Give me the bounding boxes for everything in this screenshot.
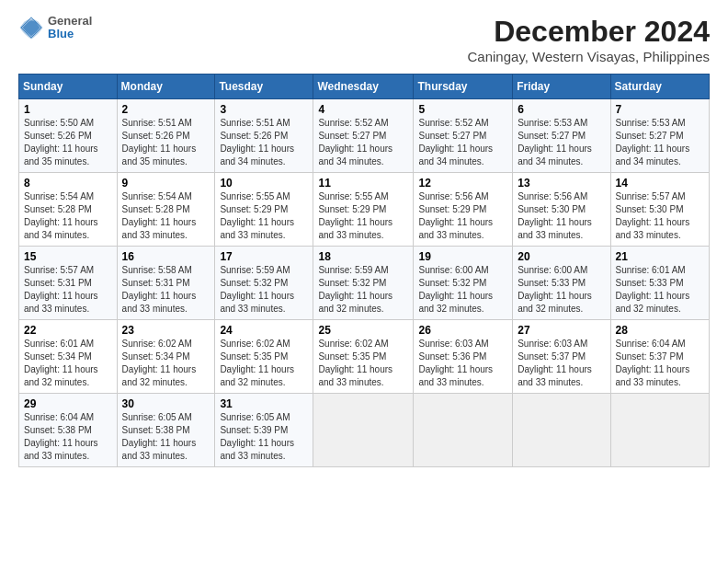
day-number: 10	[220, 177, 308, 190]
table-row: 5 Sunrise: 5:52 AM Sunset: 5:27 PM Dayli…	[414, 99, 513, 173]
day-number: 28	[616, 324, 704, 337]
table-row: 7 Sunrise: 5:53 AM Sunset: 5:27 PM Dayli…	[610, 99, 709, 173]
day-number: 15	[24, 250, 112, 263]
day-info: Sunrise: 5:57 AM Sunset: 5:30 PM Dayligh…	[616, 190, 704, 242]
day-number: 21	[616, 250, 704, 263]
calendar-week-row: 1 Sunrise: 5:50 AM Sunset: 5:26 PM Dayli…	[19, 99, 710, 173]
table-row: 8 Sunrise: 5:54 AM Sunset: 5:28 PM Dayli…	[19, 173, 118, 247]
table-row: 17 Sunrise: 5:59 AM Sunset: 5:32 PM Dayl…	[215, 247, 313, 320]
header-friday: Friday	[513, 75, 610, 99]
table-row	[313, 394, 414, 467]
table-row	[513, 394, 610, 467]
header-monday: Monday	[117, 75, 215, 99]
day-number: 30	[122, 397, 210, 410]
day-number: 18	[318, 250, 408, 263]
table-row: 11 Sunrise: 5:55 AM Sunset: 5:29 PM Dayl…	[313, 173, 414, 247]
day-info: Sunrise: 5:56 AM Sunset: 5:29 PM Dayligh…	[418, 190, 507, 242]
table-row: 20 Sunrise: 6:00 AM Sunset: 5:33 PM Dayl…	[513, 247, 610, 320]
table-row: 21 Sunrise: 6:01 AM Sunset: 5:33 PM Dayl…	[610, 247, 709, 320]
day-info: Sunrise: 5:55 AM Sunset: 5:29 PM Dayligh…	[220, 190, 308, 242]
table-row: 25 Sunrise: 6:02 AM Sunset: 5:35 PM Dayl…	[313, 320, 414, 394]
calendar-subtitle: Caningay, Western Visayas, Philippines	[468, 49, 710, 64]
table-row	[610, 394, 709, 467]
table-row: 13 Sunrise: 5:56 AM Sunset: 5:30 PM Dayl…	[513, 173, 610, 247]
day-info: Sunrise: 5:51 AM Sunset: 5:26 PM Dayligh…	[122, 117, 210, 168]
header-tuesday: Tuesday	[215, 75, 313, 99]
day-number: 9	[122, 177, 210, 190]
header-sunday: Sunday	[19, 75, 118, 99]
day-number: 27	[518, 324, 605, 337]
day-number: 11	[318, 177, 408, 190]
day-info: Sunrise: 5:53 AM Sunset: 5:27 PM Dayligh…	[518, 117, 605, 168]
day-number: 7	[616, 103, 704, 116]
day-info: Sunrise: 5:55 AM Sunset: 5:29 PM Dayligh…	[318, 190, 408, 242]
table-row: 1 Sunrise: 5:50 AM Sunset: 5:26 PM Dayli…	[19, 99, 118, 173]
table-row: 19 Sunrise: 6:00 AM Sunset: 5:32 PM Dayl…	[414, 247, 513, 320]
header-saturday: Saturday	[610, 75, 709, 99]
day-info: Sunrise: 6:04 AM Sunset: 5:38 PM Dayligh…	[24, 411, 112, 463]
calendar-table: Sunday Monday Tuesday Wednesday Thursday…	[18, 74, 710, 467]
calendar-title: December 2024	[468, 15, 710, 49]
day-info: Sunrise: 5:54 AM Sunset: 5:28 PM Dayligh…	[24, 190, 112, 242]
day-info: Sunrise: 6:01 AM Sunset: 5:33 PM Dayligh…	[616, 264, 704, 316]
day-number: 14	[616, 177, 704, 190]
calendar-week-row: 22 Sunrise: 6:01 AM Sunset: 5:34 PM Dayl…	[19, 320, 710, 394]
header: General Blue December 2024 Caningay, Wes…	[18, 15, 710, 64]
table-row: 3 Sunrise: 5:51 AM Sunset: 5:26 PM Dayli…	[215, 99, 313, 173]
day-info: Sunrise: 5:57 AM Sunset: 5:31 PM Dayligh…	[24, 264, 112, 316]
day-number: 24	[220, 324, 308, 337]
table-row: 2 Sunrise: 5:51 AM Sunset: 5:26 PM Dayli…	[117, 99, 215, 173]
logo-general: General	[48, 15, 92, 28]
table-row: 4 Sunrise: 5:52 AM Sunset: 5:27 PM Dayli…	[313, 99, 414, 173]
table-row: 23 Sunrise: 6:02 AM Sunset: 5:34 PM Dayl…	[117, 320, 215, 394]
day-info: Sunrise: 5:58 AM Sunset: 5:31 PM Dayligh…	[122, 264, 210, 316]
day-number: 1	[24, 103, 112, 116]
day-info: Sunrise: 5:56 AM Sunset: 5:30 PM Dayligh…	[518, 190, 605, 242]
day-info: Sunrise: 5:52 AM Sunset: 5:27 PM Dayligh…	[318, 117, 408, 168]
day-number: 8	[24, 177, 112, 190]
day-number: 29	[24, 397, 112, 410]
day-info: Sunrise: 5:50 AM Sunset: 5:26 PM Dayligh…	[24, 117, 112, 168]
day-info: Sunrise: 6:00 AM Sunset: 5:33 PM Dayligh…	[518, 264, 605, 316]
day-info: Sunrise: 5:54 AM Sunset: 5:28 PM Dayligh…	[122, 190, 210, 242]
day-number: 25	[318, 324, 408, 337]
calendar-header-row: Sunday Monday Tuesday Wednesday Thursday…	[19, 75, 710, 99]
page: General Blue December 2024 Caningay, Wes…	[0, 0, 728, 563]
day-number: 19	[418, 250, 507, 263]
header-wednesday: Wednesday	[313, 75, 414, 99]
day-info: Sunrise: 6:05 AM Sunset: 5:38 PM Dayligh…	[122, 411, 210, 463]
title-block: December 2024 Caningay, Western Visayas,…	[468, 15, 710, 64]
day-info: Sunrise: 5:59 AM Sunset: 5:32 PM Dayligh…	[318, 264, 408, 316]
day-number: 6	[518, 103, 605, 116]
table-row: 9 Sunrise: 5:54 AM Sunset: 5:28 PM Dayli…	[117, 173, 215, 247]
day-info: Sunrise: 6:00 AM Sunset: 5:32 PM Dayligh…	[418, 264, 507, 316]
day-info: Sunrise: 5:59 AM Sunset: 5:32 PM Dayligh…	[220, 264, 308, 316]
table-row: 15 Sunrise: 5:57 AM Sunset: 5:31 PM Dayl…	[19, 247, 118, 320]
day-number: 5	[418, 103, 507, 116]
logo-text: General Blue	[48, 15, 92, 41]
day-info: Sunrise: 6:04 AM Sunset: 5:37 PM Dayligh…	[616, 338, 704, 389]
day-info: Sunrise: 6:03 AM Sunset: 5:36 PM Dayligh…	[418, 338, 507, 389]
day-info: Sunrise: 6:05 AM Sunset: 5:39 PM Dayligh…	[220, 411, 308, 463]
day-number: 2	[122, 103, 210, 116]
day-number: 23	[122, 324, 210, 337]
day-info: Sunrise: 5:51 AM Sunset: 5:26 PM Dayligh…	[220, 117, 308, 168]
calendar-week-row: 15 Sunrise: 5:57 AM Sunset: 5:31 PM Dayl…	[19, 247, 710, 320]
logo-blue: Blue	[48, 28, 92, 40]
table-row: 29 Sunrise: 6:04 AM Sunset: 5:38 PM Dayl…	[19, 394, 118, 467]
table-row: 30 Sunrise: 6:05 AM Sunset: 5:38 PM Dayl…	[117, 394, 215, 467]
day-number: 13	[518, 177, 605, 190]
day-info: Sunrise: 6:03 AM Sunset: 5:37 PM Dayligh…	[518, 338, 605, 389]
table-row: 31 Sunrise: 6:05 AM Sunset: 5:39 PM Dayl…	[215, 394, 313, 467]
table-row: 18 Sunrise: 5:59 AM Sunset: 5:32 PM Dayl…	[313, 247, 414, 320]
day-info: Sunrise: 6:02 AM Sunset: 5:35 PM Dayligh…	[318, 338, 408, 389]
day-number: 17	[220, 250, 308, 263]
logo-icon	[18, 15, 44, 40]
day-number: 26	[418, 324, 507, 337]
calendar-week-row: 29 Sunrise: 6:04 AM Sunset: 5:38 PM Dayl…	[19, 394, 710, 467]
header-thursday: Thursday	[414, 75, 513, 99]
day-number: 3	[220, 103, 308, 116]
day-number: 16	[122, 250, 210, 263]
day-info: Sunrise: 6:02 AM Sunset: 5:34 PM Dayligh…	[122, 338, 210, 389]
table-row: 6 Sunrise: 5:53 AM Sunset: 5:27 PM Dayli…	[513, 99, 610, 173]
